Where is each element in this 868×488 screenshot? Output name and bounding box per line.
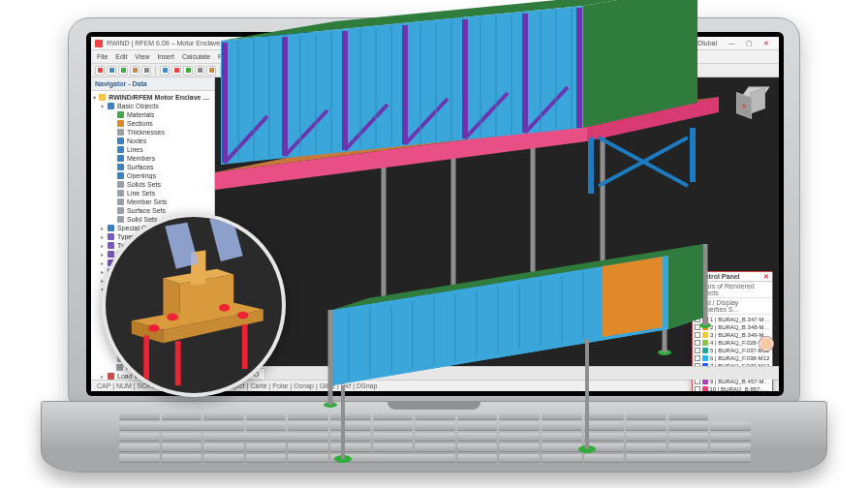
twisty-icon[interactable]: ▸ bbox=[99, 225, 105, 231]
tree-item[interactable]: Load Combinations bbox=[93, 328, 212, 337]
twisty-icon[interactable]: ▸ bbox=[99, 251, 105, 258]
menu-calculate[interactable]: Calculate bbox=[182, 53, 210, 60]
color-row[interactable]: 10 | BURAQ_B.857-M12 bbox=[695, 385, 770, 391]
checkbox-icon[interactable] bbox=[695, 355, 700, 361]
toolbar-button[interactable] bbox=[206, 66, 216, 76]
tree-item[interactable]: Sections bbox=[93, 119, 212, 128]
checkbox-icon[interactable] bbox=[695, 324, 700, 330]
control-panel-close-icon[interactable]: ✕ bbox=[763, 273, 769, 281]
toolbar-button[interactable] bbox=[171, 66, 181, 76]
color-row[interactable]: 1 | BURAQ_B.347-M12 bbox=[695, 316, 770, 323]
tree-item[interactable]: Relationship Between Load Cases bbox=[93, 363, 212, 372]
toolbar-button[interactable] bbox=[325, 66, 334, 76]
toolbar-button[interactable] bbox=[466, 66, 476, 76]
menu-file[interactable]: File bbox=[97, 53, 108, 60]
menu-insert[interactable]: Insert bbox=[157, 53, 174, 60]
tree-item[interactable]: Actions bbox=[93, 302, 212, 311]
checkbox-icon[interactable] bbox=[695, 386, 700, 391]
close-button[interactable]: ✕ bbox=[758, 38, 775, 49]
menu-options[interactable]: Options bbox=[272, 53, 295, 60]
toolbar-button[interactable] bbox=[419, 66, 429, 76]
toolbar-button[interactable] bbox=[366, 66, 376, 76]
tree-item[interactable]: Stability Analysis Settings bbox=[93, 354, 212, 363]
toolbar-button[interactable] bbox=[431, 66, 441, 76]
tree-item[interactable]: Lines bbox=[93, 145, 212, 154]
tree-item[interactable]: Static Analysis Settings bbox=[93, 346, 212, 354]
color-row[interactable]: 5 | BURAQ_F.037-M12 bbox=[695, 347, 770, 354]
view-cube[interactable]: × bbox=[736, 85, 771, 120]
assistant-avatar[interactable] bbox=[760, 337, 773, 351]
tree-item[interactable]: ▸Types for Members bbox=[93, 250, 212, 259]
checkbox-icon[interactable] bbox=[695, 340, 700, 346]
twisty-icon[interactable]: ▾ bbox=[93, 94, 96, 101]
tree-item[interactable]: ▸Types for Surfaces bbox=[93, 259, 212, 267]
toolbar-button[interactable] bbox=[454, 66, 464, 76]
twisty-icon[interactable]: ▸ bbox=[99, 259, 105, 266]
checkbox-icon[interactable] bbox=[695, 317, 700, 322]
tree-item[interactable]: Surface Sets bbox=[93, 206, 212, 215]
tree-item[interactable]: Member Sets bbox=[93, 198, 212, 206]
toolbar-button[interactable] bbox=[271, 66, 281, 76]
tree-item[interactable]: Solid Sets bbox=[93, 215, 212, 224]
tree-item[interactable]: ▸Types for Nodes bbox=[93, 232, 212, 241]
twisty-icon[interactable]: ▸ bbox=[99, 268, 105, 275]
twisty-icon[interactable]: ▸ bbox=[99, 277, 105, 284]
twisty-icon[interactable]: ▸ bbox=[99, 373, 105, 380]
maximize-button[interactable]: ▢ bbox=[740, 38, 758, 49]
tree-item[interactable]: ▸Types for Lines bbox=[93, 241, 212, 250]
toolbar-button[interactable] bbox=[95, 66, 105, 76]
color-row[interactable]: 2 | BURAQ_B.348-M12 bbox=[695, 323, 770, 331]
toolbar-button[interactable] bbox=[260, 66, 269, 76]
tree-item[interactable]: ▸Types for Special Objects bbox=[93, 276, 212, 285]
menu-tools[interactable]: Tools bbox=[248, 53, 264, 60]
tree-item[interactable]: Openings bbox=[93, 171, 212, 180]
toolbar-button[interactable] bbox=[141, 66, 151, 76]
toolbar-button[interactable] bbox=[378, 66, 388, 76]
tree-item[interactable]: Solids Sets bbox=[93, 180, 212, 189]
twisty-icon[interactable]: ▸ bbox=[99, 233, 105, 240]
model-viewport[interactable]: × Control Panel ✕ Colors of Rendered Obj… bbox=[215, 77, 779, 380]
menu-help[interactable]: Help bbox=[335, 53, 349, 60]
tree-item[interactable]: Members bbox=[93, 154, 212, 163]
tree-item[interactable]: Result Combinations bbox=[93, 337, 212, 346]
toolbar-button[interactable] bbox=[130, 66, 140, 76]
tree-item[interactable]: Design Situations bbox=[93, 311, 212, 320]
toolbar-button[interactable] bbox=[195, 66, 204, 76]
tree-item[interactable]: ▸Types for Solids bbox=[93, 267, 212, 276]
toolbar-button[interactable] bbox=[389, 66, 399, 76]
tree-item[interactable]: Line Sets bbox=[93, 189, 212, 198]
color-row[interactable]: 3 | BURAQ_B.349-M12 bbox=[695, 331, 770, 339]
toolbar-button[interactable] bbox=[401, 66, 411, 76]
menu-view[interactable]: View bbox=[135, 53, 149, 60]
twisty-icon[interactable]: ▾ bbox=[99, 286, 105, 292]
checkbox-icon[interactable] bbox=[695, 348, 700, 353]
toolbar-button[interactable] bbox=[160, 66, 170, 76]
tree-item[interactable]: Thicknesses bbox=[93, 128, 212, 137]
toolbar-button[interactable] bbox=[236, 66, 246, 76]
color-row[interactable]: 6 | BURAQ_F.038-M12 bbox=[695, 354, 770, 362]
toolbar-button[interactable] bbox=[183, 66, 193, 76]
tree-item[interactable]: Action Combinations bbox=[93, 320, 212, 328]
toolbar-button[interactable] bbox=[107, 66, 116, 76]
toolbar-button[interactable] bbox=[118, 66, 128, 76]
navigator-tree[interactable]: ▾ RWIND/RFEM Motor Enclave – for Dlubal … bbox=[91, 91, 214, 380]
navigator-tab[interactable]: Navigator - Data bbox=[91, 77, 214, 91]
user-label[interactable]: 👤 Phillip Gensner DE | Dlubal bbox=[623, 40, 717, 47]
toolbar-button[interactable] bbox=[443, 66, 452, 76]
toolbar-button[interactable] bbox=[336, 66, 346, 76]
checkbox-icon[interactable] bbox=[695, 332, 700, 338]
minimize-button[interactable]: — bbox=[723, 38, 740, 49]
viewport-tab[interactable]: Default VO bbox=[219, 368, 265, 379]
menu-results[interactable]: Results bbox=[218, 53, 240, 60]
toolbar-button[interactable] bbox=[225, 66, 234, 76]
tree-item[interactable]: ▾Load Cases & Combinations bbox=[93, 285, 212, 293]
tree-item[interactable]: Load Cases bbox=[93, 293, 212, 302]
menu-edit[interactable]: Edit bbox=[115, 53, 127, 60]
tree-item[interactable]: ▸Load Wizards bbox=[93, 372, 212, 380]
tree-item[interactable]: Materials bbox=[93, 110, 212, 119]
toolbar-button[interactable] bbox=[248, 66, 258, 76]
toolbar-button[interactable] bbox=[313, 66, 323, 76]
twisty-icon[interactable]: ▾ bbox=[99, 103, 105, 109]
tree-item[interactable]: Nodes bbox=[93, 137, 212, 145]
toolbar-button[interactable] bbox=[355, 66, 364, 76]
